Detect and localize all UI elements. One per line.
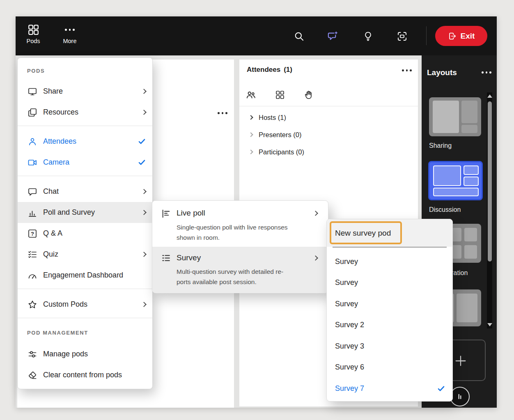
attendee-list-icon [246, 90, 256, 100]
menu-item-clear-content[interactable]: Clear content from pods [18, 365, 152, 386]
check-icon [138, 138, 146, 145]
scroll-down-icon[interactable] [487, 323, 492, 326]
live-poll-icon [161, 209, 171, 219]
scrollbar-thumb[interactable] [488, 101, 492, 262]
attendees-group-hosts[interactable]: Hosts (1) [249, 112, 286, 123]
spotlight-button[interactable] [396, 30, 408, 42]
chevron-right-icon [141, 252, 147, 257]
breakout-rooms-button[interactable] [275, 90, 285, 100]
screen: Pods More [0, 0, 514, 420]
top-toolbar: Pods More [16, 16, 497, 55]
layouts-options-ellipsis-icon[interactable] [482, 71, 491, 73]
survey-list-item[interactable]: Survey 2 [327, 314, 452, 335]
search-icon [294, 31, 305, 42]
chevron-right-icon [141, 302, 147, 307]
add-layout-plus-icon [454, 354, 468, 368]
attendees-pod-count: (1) [284, 66, 292, 74]
custom-pods-star-icon [27, 299, 38, 310]
menu-item-quiz[interactable]: Quiz [18, 244, 152, 265]
scroll-up-icon[interactable] [487, 94, 492, 98]
check-icon [138, 158, 146, 166]
menu-item-attendees[interactable]: Attendees [18, 131, 152, 152]
layouts-scrollbar[interactable] [487, 92, 492, 328]
survey-list-item-selected[interactable]: Survey 7 [327, 378, 452, 399]
breakout-icon [275, 90, 285, 100]
raise-hand-icon [303, 90, 314, 100]
chevron-right-icon [313, 255, 318, 261]
ideas-button[interactable] [362, 30, 374, 42]
group-label: Presenters (0) [259, 131, 302, 139]
menu-item-label: Poll and Survey [43, 208, 142, 217]
new-survey-pod-item[interactable]: New survey pod [327, 219, 452, 247]
menu-item-poll-and-survey[interactable]: Poll and Survey [18, 202, 152, 223]
layout-thumbnail-discussion[interactable] [428, 161, 483, 200]
survey-list-item[interactable]: Survey [327, 293, 452, 314]
chevron-right-icon [248, 115, 253, 119]
survey-list-item[interactable]: Survey 3 [327, 335, 452, 357]
menu-item-label: Manage pods [43, 350, 146, 358]
layout-block [433, 165, 461, 186]
menu-item-label: Custom Pods [43, 300, 142, 309]
attendee-list-view-button[interactable] [246, 90, 256, 100]
menu-item-label: Engagement Dashboard [43, 271, 146, 280]
more-button-label: More [63, 38, 76, 44]
menu-item-manage-pods[interactable]: Manage pods [18, 344, 152, 365]
pods-grid-icon [28, 24, 39, 35]
flyout-item-survey[interactable]: Survey Multi-question survey with detail… [152, 247, 328, 293]
exit-button[interactable]: Exit [435, 26, 487, 46]
layout-block [464, 165, 479, 175]
description-line: shown in room. [177, 232, 288, 243]
menu-item-label: Chat [43, 187, 142, 196]
chevron-right-icon [141, 210, 147, 215]
pod-options-ellipsis-icon[interactable] [218, 112, 227, 114]
attendees-group-participants[interactable]: Participants (0) [249, 147, 304, 157]
search-button[interactable] [293, 30, 305, 42]
layout-label-sharing: Sharing [429, 142, 452, 149]
survey-item-label: Survey 7 [335, 384, 364, 393]
poll-results-floating-button[interactable] [450, 387, 470, 406]
adobe-connect-window: Pods More [16, 16, 497, 408]
layout-thumbnail-sharing[interactable] [429, 97, 481, 136]
ai-assistant-chat-icon [327, 30, 339, 42]
chevron-right-icon [141, 89, 147, 94]
raise-hand-status-button[interactable] [303, 90, 314, 100]
survey-item-label: Survey [335, 257, 358, 266]
menu-item-resources[interactable]: Resources [18, 102, 152, 123]
quiz-icon [27, 249, 38, 260]
menu-item-camera[interactable]: Camera [18, 152, 152, 173]
exit-button-label: Exit [461, 32, 475, 41]
menu-item-share[interactable]: Share [18, 81, 152, 102]
attendees-pod-options-ellipsis-icon[interactable] [402, 69, 412, 71]
exit-icon [448, 32, 457, 41]
survey-list-item[interactable]: Survey [327, 272, 452, 293]
menu-item-chat[interactable]: Chat [18, 181, 152, 202]
layout-block [433, 188, 479, 196]
menu-item-engagement-dashboard[interactable]: Engagement Dashboard [18, 265, 152, 286]
pods-menu-button[interactable]: Pods [20, 24, 46, 44]
menu-item-label: Quiz [43, 250, 142, 259]
chevron-right-icon [248, 132, 253, 137]
layout-block [457, 294, 477, 322]
menu-item-custom-pods[interactable]: Custom Pods [18, 294, 152, 315]
attendees-pod-title: Attendees (1) [247, 66, 292, 74]
survey-item-label: Survey [335, 300, 358, 308]
attendees-group-presenters[interactable]: Presenters (0) [249, 129, 302, 140]
ai-assistant-button[interactable] [326, 30, 339, 42]
chevron-right-icon [248, 149, 253, 154]
layout-block [464, 245, 477, 259]
menu-item-label: Attendees [43, 137, 138, 146]
menu-item-label: Resources [43, 108, 142, 117]
menu-item-label: Share [43, 87, 142, 96]
new-survey-pod-label: New survey pod [335, 229, 391, 238]
flyout-item-live-poll[interactable]: Live poll Single-question poll with live… [152, 201, 328, 247]
survey-list-item[interactable]: Survey [327, 251, 452, 272]
menu-item-label: Clear content from pods [43, 371, 146, 379]
flyout-item-description: Multi-question survey with detailed re- … [177, 266, 283, 287]
chat-icon [27, 186, 38, 197]
menu-item-qa[interactable]: ? Q & A [18, 223, 152, 244]
menu-divider [18, 289, 152, 289]
more-menu-button[interactable]: More [57, 24, 83, 44]
survey-list-item[interactable]: Survey 6 [327, 356, 452, 378]
more-dots-icon [65, 24, 75, 35]
attendees-pod-title-text: Attendees [247, 66, 280, 74]
